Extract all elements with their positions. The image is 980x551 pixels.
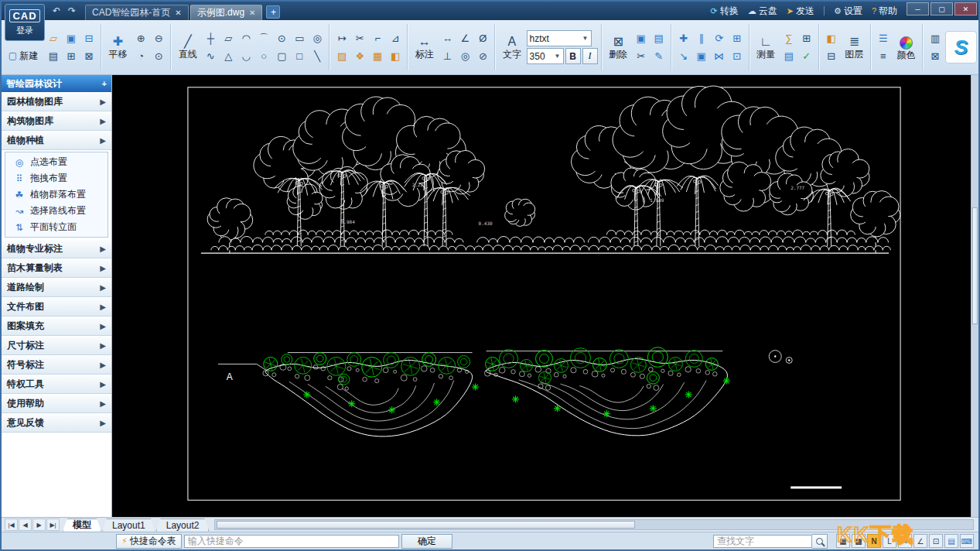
save-tool[interactable]: ▣ [63, 30, 80, 47]
angular-dim-tool[interactable]: ∠ [456, 30, 473, 47]
linetype-tool[interactable]: ☰ [875, 30, 892, 47]
paste-tool[interactable]: ▤ [650, 30, 668, 47]
sidebar-item-2[interactable]: 植物种植▶ [2, 131, 111, 150]
sidebar-item-12[interactable]: 意见反馈▶ [2, 413, 111, 433]
layer-tool[interactable]: ≣图层 [842, 34, 867, 60]
confirm-button[interactable]: 确定 [401, 534, 452, 549]
region-tool[interactable]: ▦ [369, 48, 386, 65]
layer-off-tool[interactable]: ⊟ [823, 48, 840, 65]
vertical-scrollbar-thumb[interactable] [972, 207, 978, 323]
lineweight-tool[interactable]: ≡ [875, 48, 892, 65]
standards-check-tool[interactable]: ✓ [798, 48, 815, 65]
shortcut-command-button[interactable]: ⚡ 快捷命令表 [116, 534, 182, 549]
radius-dim-tool[interactable]: ⊘ [474, 48, 491, 65]
match-properties-tool[interactable]: ✎ [650, 48, 668, 65]
command-input[interactable] [184, 535, 399, 548]
layout-tab-2[interactable]: Layout2 [156, 518, 210, 532]
cad-drawing[interactable]: 0.9842.2230.4301.9392.777A [112, 75, 971, 517]
sidebar-subitem-2[interactable]: ☘植物群落布置 [5, 187, 108, 203]
find-button[interactable] [812, 534, 828, 549]
selection-cycling-toggle[interactable]: ⊡ [929, 534, 943, 548]
center-mark-tool[interactable]: ◎ [456, 48, 473, 65]
tab-close-icon[interactable]: ✕ [175, 9, 181, 17]
cloud-button[interactable]: ☁云盘 [748, 5, 777, 18]
sidebar-item-5[interactable]: 道路绘制▶ [2, 278, 111, 297]
pan-tool[interactable]: ✚平移 [105, 34, 131, 60]
text-tool[interactable]: A文字 [499, 34, 524, 60]
help-button[interactable]: ?帮助 [872, 5, 897, 18]
italic-button[interactable]: I [582, 48, 598, 64]
osnap-node-toggle[interactable]: N [867, 534, 881, 548]
back-button[interactable]: ↶ [50, 5, 63, 17]
keyboard-shortcut-toggle[interactable]: ⌨ [960, 534, 974, 548]
quick-view-toggle[interactable]: ▤ [944, 534, 958, 548]
chamfer-tool[interactable]: ⊿ [387, 30, 404, 47]
sidebar-subitem-3[interactable]: ↝选择路线布置 [5, 203, 108, 219]
scale-tool[interactable]: ▣ [693, 48, 710, 65]
drawing-canvas[interactable]: 0.9842.2230.4301.9392.777A [112, 75, 978, 517]
dynamic-input-toggle[interactable]: ✎ [898, 534, 912, 548]
erase-tool[interactable]: ⊠删除 [606, 34, 631, 60]
sidebar-item-7[interactable]: 图案填充▶ [2, 317, 111, 336]
copy-clip-tool[interactable]: ▣ [633, 30, 650, 47]
snap-toggle[interactable]: ▩ [852, 534, 866, 548]
donut-tool[interactable]: ◎ [309, 30, 326, 47]
stretch-tool[interactable]: ↘ [675, 48, 692, 65]
image-tool[interactable]: ▥ [927, 30, 944, 47]
area-measure-tool[interactable]: ⊞ [798, 30, 815, 47]
arc-chord-tool[interactable]: ◡ [237, 48, 254, 65]
measure-tool[interactable]: ∟测量 [753, 34, 779, 60]
send-button[interactable]: ➤发送 [787, 5, 814, 18]
ordinate-dim-tool[interactable]: ⊥ [439, 48, 456, 65]
offset-tool[interactable]: ∥ [693, 30, 710, 47]
sidebar-item-4[interactable]: 苗木算量制表▶ [2, 258, 111, 278]
minimize-button[interactable]: ─ [907, 2, 929, 15]
circle-2pt-tool[interactable]: ○ [255, 48, 272, 65]
horizontal-scrollbar-thumb[interactable] [217, 521, 635, 529]
linear-dim-tool[interactable]: ↔ [439, 30, 456, 47]
open-tool[interactable]: ▱ [45, 30, 62, 47]
move-tool[interactable]: ✚ [675, 30, 692, 47]
line-tool[interactable]: ╱直线 [175, 34, 200, 60]
zoom-in-tool[interactable]: ⊕ [132, 30, 149, 47]
forward-button[interactable]: ↷ [65, 5, 79, 17]
cut-tool[interactable]: ✂ [633, 48, 650, 65]
layout-tab-1[interactable]: Layout1 [102, 518, 155, 532]
rotate-tool[interactable]: ⟳ [711, 30, 728, 47]
maximize-button[interactable]: ▢ [930, 2, 953, 15]
rectangle-tool[interactable]: ▭ [291, 30, 308, 47]
sidebar-item-9[interactable]: 符号标注▶ [2, 355, 111, 375]
pin-icon[interactable]: + [102, 79, 107, 88]
zoom-window-tool[interactable]: ◔ [132, 48, 149, 65]
color-tool[interactable]: 颜色 [893, 34, 919, 61]
fillet-tool[interactable]: ⌐ [369, 30, 386, 47]
gradient-tool[interactable]: ◧ [387, 48, 404, 65]
angle-toggle[interactable]: ∠ [913, 534, 927, 548]
export-table-tool[interactable]: ▤ [780, 48, 797, 65]
zoom-extents-tool[interactable]: ⊙ [150, 48, 167, 65]
ole-tool[interactable]: ⊠ [927, 48, 944, 65]
mirror-tool[interactable]: ⋈ [711, 48, 728, 65]
close-button[interactable]: ✕ [954, 2, 977, 15]
grid-toggle[interactable]: ▦ [836, 534, 850, 548]
print-preview-tool[interactable]: ⊞ [63, 48, 80, 65]
sidebar-subitem-1[interactable]: ⠿拖拽布置 [5, 170, 108, 187]
new-tab-button[interactable]: + [266, 5, 280, 19]
layout-nav-button-3[interactable]: ▶| [46, 518, 60, 531]
bold-button[interactable]: B [565, 48, 581, 64]
layout-nav-button-2[interactable]: ▶ [32, 518, 46, 531]
document-tab-0[interactable]: CAD智绘园林-首页✕ [85, 5, 189, 20]
layout-nav-button-0[interactable]: |◀ [5, 518, 18, 531]
plot-tool[interactable]: ⊠ [80, 48, 97, 65]
app-logo-login[interactable]: CAD 登录 [5, 4, 45, 41]
save-as-tool[interactable]: ⊟ [80, 30, 97, 47]
sidebar-item-0[interactable]: 园林植物图库▶ [2, 92, 111, 111]
sidebar-item-11[interactable]: 使用帮助▶ [2, 394, 111, 413]
document-tab-1[interactable]: 示例图.dwg✕ [190, 5, 263, 20]
layout-tab-0[interactable]: 模型 [63, 518, 101, 532]
horizontal-scrollbar[interactable] [214, 519, 974, 530]
settings-button[interactable]: ⚙设置 [834, 5, 862, 18]
sidebar-subitem-0[interactable]: ◎点选布置 [5, 154, 108, 170]
array-tool[interactable]: ⊞ [729, 30, 746, 47]
layer-properties-tool[interactable]: ◧ [823, 30, 840, 47]
